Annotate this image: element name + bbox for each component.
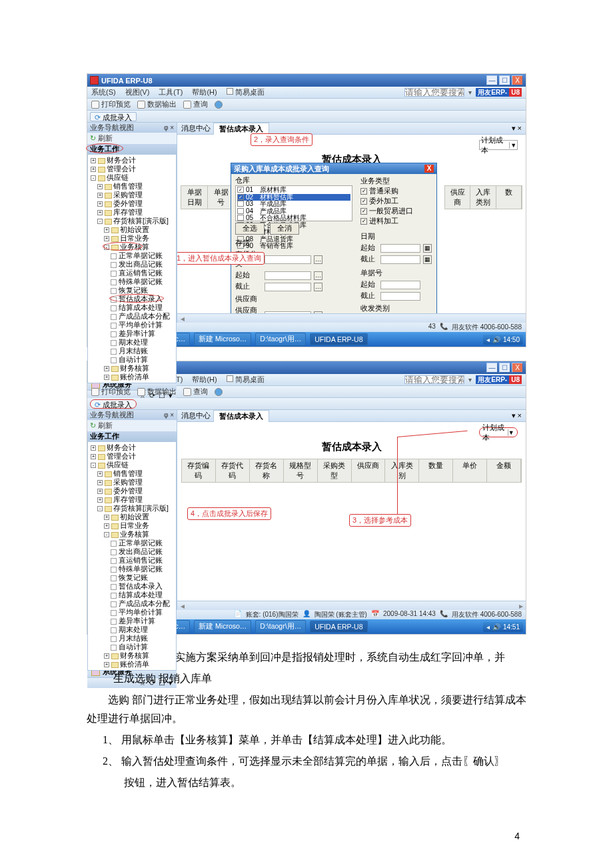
tree-node[interactable]: +财务核算 — [88, 364, 176, 373]
tree-node[interactable]: +委外管理 — [88, 199, 176, 208]
help-icon[interactable] — [215, 388, 223, 396]
nav-refresh[interactable]: ↻刷新 — [87, 420, 177, 431]
biz-checkbox[interactable]: ✓一般贸易进口 — [360, 207, 432, 216]
close-button[interactable]: X — [512, 75, 523, 85]
scroll-left-icon[interactable]: ◂ — [177, 601, 187, 611]
tree-node[interactable]: 特殊单据记账 — [88, 565, 176, 573]
menu-help[interactable]: 帮助(H) — [192, 87, 217, 97]
tree-node[interactable]: 暂估成本录入 — [88, 582, 176, 591]
minimize-button[interactable]: — — [486, 363, 498, 373]
search-input[interactable] — [404, 88, 464, 97]
lookup-icon[interactable]: … — [314, 255, 322, 264]
tree-node[interactable]: 月末结账 — [88, 347, 176, 355]
tree-node[interactable]: 平均单价计算 — [88, 321, 176, 329]
tree-node[interactable]: -供应链 — [88, 173, 176, 182]
btn-all[interactable]: 全选 — [235, 223, 265, 235]
tree-node[interactable]: +管理会计 — [88, 165, 176, 173]
tree-node[interactable]: 正常单据记账 — [88, 539, 176, 547]
chevron-down-icon[interactable]: ▼ — [509, 142, 517, 149]
tree-node[interactable]: 月末结账 — [88, 634, 176, 643]
tree-node[interactable]: 特殊单据记账 — [88, 277, 176, 286]
tree-node[interactable]: +财务核算 — [88, 651, 176, 660]
tree-node[interactable]: 发出商品记账 — [88, 260, 176, 269]
scroll-right-icon[interactable]: ▸ — [516, 601, 526, 611]
tab-more[interactable]: ▾ × — [512, 124, 522, 133]
tree-node[interactable]: 差异率计算 — [88, 617, 176, 625]
calendar-icon[interactable]: ▦ — [423, 255, 432, 264]
search-input[interactable] — [404, 375, 464, 384]
tree-node[interactable]: 直运销售记账 — [88, 269, 176, 277]
tree-node[interactable]: +日常业务 — [88, 234, 176, 243]
tree-node[interactable]: 暂估成本录入 — [88, 295, 176, 303]
menu-view[interactable]: 视图(V) — [125, 87, 150, 97]
nav-refresh[interactable]: ↻刷新 — [87, 133, 177, 144]
tree-node[interactable]: 恢复记账 — [88, 573, 176, 582]
tree-node[interactable]: 自动计算 — [88, 355, 176, 364]
batch-entry-button[interactable]: ⟳ 成批录入 — [90, 112, 137, 121]
biz-checkbox[interactable]: ✓普通采购 — [360, 187, 432, 196]
tree-node[interactable]: -业务核算 — [88, 530, 176, 539]
nav-tree[interactable]: +财务会计+管理会计-供应链+销售管理+采购管理+委外管理+库存管理-存货核算[… — [87, 441, 177, 671]
tree-node[interactable]: +管理会计 — [88, 452, 176, 461]
tree-node[interactable]: -业务核算 — [88, 243, 176, 251]
tree-node[interactable]: 结算成本处理 — [88, 591, 176, 599]
tree-node[interactable]: +采购管理 — [88, 191, 176, 199]
inv-from-input[interactable] — [265, 271, 311, 280]
taskbar-item[interactable]: 新建 Microso… — [194, 333, 251, 346]
tool-preview[interactable]: 打印预览 — [91, 99, 131, 109]
tree-node[interactable]: +销售管理 — [88, 469, 176, 478]
tree-node[interactable]: +委外管理 — [88, 487, 176, 495]
tree-node[interactable]: 差异率计算 — [88, 329, 176, 338]
tree-node[interactable]: 产成品成本分配 — [88, 312, 176, 321]
menu-system[interactable]: 系统(S) — [91, 87, 116, 97]
warehouse-list[interactable]: ✓01原材料库✓02材料暂估库03半成品库04产成品库05不合格品材料库06不合… — [235, 185, 352, 221]
menu-tool[interactable]: 工具(T) — [159, 87, 183, 97]
tree-node[interactable]: 期末处理 — [88, 625, 176, 634]
tree-node[interactable]: 自动计算 — [88, 643, 176, 651]
taskbar-item[interactable]: UFIDA ERP-U8 — [310, 333, 367, 345]
cost-select[interactable]: 计划成本▼ — [479, 427, 518, 437]
tree-node[interactable]: 发出商品记账 — [88, 547, 176, 556]
tree-node[interactable]: +销售管理 — [88, 182, 176, 191]
tree-node[interactable]: +初始设置 — [88, 225, 176, 234]
tab-msgcenter[interactable]: 消息中心 — [181, 123, 211, 133]
taskbar-item[interactable]: D:\taogr\用… — [255, 333, 306, 346]
tree-node[interactable]: 结算成本处理 — [88, 303, 176, 312]
maximize-button[interactable]: ☐ — [499, 75, 510, 85]
menu-help[interactable]: 帮助(H) — [192, 375, 217, 385]
tree-node[interactable]: +财务会计 — [88, 156, 176, 165]
scroll-left-icon[interactable]: ◂ — [177, 314, 187, 323]
tab-active[interactable]: 暂估成本录入 — [213, 123, 269, 135]
invcat-input[interactable] — [265, 255, 311, 264]
cost-select[interactable]: 计划成本▼ — [479, 140, 518, 150]
biz-checkbox[interactable]: ✓委外加工 — [360, 197, 432, 206]
pin-icon[interactable]: φ × — [164, 124, 174, 131]
tree-node[interactable]: +财务会计 — [88, 443, 176, 452]
dialog-close[interactable]: X — [424, 165, 434, 173]
batch-entry-button[interactable]: ⟳ 成批录入 — [90, 399, 137, 409]
tool-preview[interactable]: 打印预览 — [91, 387, 131, 397]
tool-query[interactable]: 查询 — [183, 387, 208, 397]
minimize-button[interactable]: — — [486, 75, 498, 85]
tree-node[interactable]: 平均单价计算 — [88, 608, 176, 617]
btn-none[interactable]: 全消 — [270, 223, 299, 235]
tree-node[interactable]: 产成品成本分配 — [88, 599, 176, 608]
tree-node[interactable]: +日常业务 — [88, 521, 176, 530]
search-icon[interactable]: ▾ — [468, 89, 472, 96]
tree-node[interactable]: 正常单据记账 — [88, 251, 176, 260]
tree-node[interactable]: 恢复记账 — [88, 286, 176, 295]
tree-node[interactable]: -存货核算[演示版] — [88, 217, 176, 225]
tree-node[interactable]: -供应链 — [88, 461, 176, 469]
tree-node[interactable]: +采购管理 — [88, 478, 176, 487]
tree-node[interactable]: +账价清单 — [88, 373, 176, 381]
tree-node[interactable]: +初始设置 — [88, 513, 176, 521]
tool-export[interactable]: 数据输出 — [137, 99, 177, 109]
close-button[interactable]: X — [512, 363, 523, 373]
maximize-button[interactable]: ☐ — [499, 363, 510, 373]
tree-node[interactable]: +库存管理 — [88, 495, 176, 504]
tree-node[interactable]: 期末处理 — [88, 338, 176, 347]
system-tray[interactable]: ◂🔊14:50 — [483, 335, 523, 345]
menu-simple[interactable]: 简易桌面 — [227, 87, 265, 97]
biz-checkbox[interactable]: ✓进料加工 — [360, 217, 432, 226]
tree-node[interactable]: +库存管理 — [88, 208, 176, 217]
